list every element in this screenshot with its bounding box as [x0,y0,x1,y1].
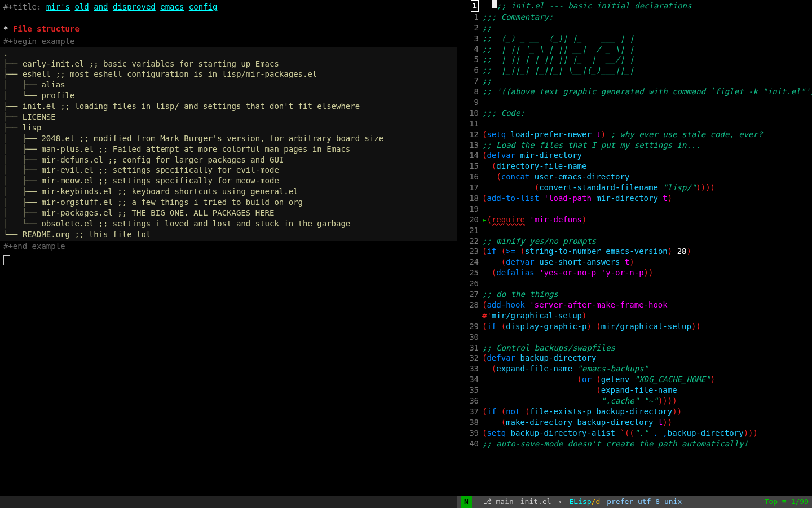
line-number: 17 [460,182,482,193]
code-line[interactable]: 12(setq load-prefer-newer t) ; why ever … [460,129,810,140]
code-line[interactable]: 37(if (not (file-exists-p backup-directo… [460,406,810,417]
code-area[interactable]: 1 ;; init.el --- basic initial declarati… [457,0,812,449]
code-line[interactable]: 26 [460,278,810,289]
line-number: 38 [460,417,482,428]
code-line[interactable]: 19 [460,204,810,214]
code-line[interactable]: 34 (or (getenv "XDG_CACHE_HOME") [460,374,810,385]
line-number: 5 [460,54,482,65]
line-number: 29 [460,321,482,332]
left-cursor [3,255,10,265]
code-line[interactable]: 32(defvar backup-directory [460,353,810,364]
line-number: 24 [460,257,482,268]
line-number: 15 [460,161,482,172]
title-token: emacs [160,2,184,11]
line-number: 12 [460,129,482,140]
code-line[interactable]: 23(if (>= (string-to-number emacs-versio… [460,246,810,257]
title-token: old [74,2,89,11]
code-line[interactable]: 7;; [460,76,810,86]
modeline-buffer-name: init.el [520,497,551,507]
org-heading: * File structure [0,22,457,36]
code-line[interactable]: 13;; Load the files that I put my settin… [460,140,810,151]
line-number: 22 [460,236,482,247]
code-line[interactable]: 22;; minify yes/no prompts [460,236,810,247]
title-token: disproved [113,2,156,11]
line-number: 13 [460,140,482,151]
line-number: 39 [460,428,482,439]
code-line[interactable]: 11 [460,119,810,129]
line-number: 36 [460,396,482,406]
code-line[interactable]: 20▸(require 'mir-defuns) [460,214,810,225]
code-line[interactable]: 28(add-hook 'server-after-make-frame-hoo… [460,300,810,310]
line-number: 33 [460,364,482,374]
code-line[interactable]: 2;; [460,23,810,33]
line-number: 4 [460,44,482,55]
right-elisp-pane[interactable]: 1 ;; init.el --- basic initial declarati… [457,0,812,508]
code-line[interactable]: 38 (make-directory backup-directory t)) [460,417,810,428]
org-title-keyword: #+title: [3,2,41,11]
code-line[interactable]: 3;; (_) _ __ (_)| |_ ___ | | [460,33,810,44]
line-number: 28 [460,300,482,310]
code-line[interactable]: 5;; | || | | || || |_ | __/| | [460,54,810,65]
line-number: 2 [460,23,482,33]
line-number: 8 [460,86,482,97]
code-line[interactable]: 15 (directory-file-name [460,161,810,172]
org-begin-example: #+begin_example [0,36,457,47]
line-number: 26 [460,278,482,289]
code-line[interactable]: 35 (expand-file-name [460,385,810,396]
modeline-encoding: prefer-utf-8-unix [607,497,682,507]
line-number: 10 [460,108,482,119]
code-line[interactable]: 39(setq backup-directory-alist `(("." . … [460,428,810,439]
org-end-example: #+end_example [0,241,457,252]
code-line[interactable]: 24 (defvar use-short-answers t) [460,257,810,268]
code-line[interactable]: 36 ".cache" "~")))) [460,396,810,406]
file-tree-block: . ├── early-init.el ;; basic variables f… [0,47,457,241]
code-line[interactable]: 30 [460,332,810,343]
code-line[interactable]: 14(defvar mir-directory [460,150,810,161]
line-number [460,310,482,321]
code-line[interactable]: 4;; | || '_ \ | || __| / _ \| | [460,44,810,55]
code-line[interactable]: 40;; auto-save-mode doesn't create the p… [460,439,810,449]
line-number: 30 [460,332,482,343]
code-line[interactable]: 18(add-to-list 'load-path mir-directory … [460,193,810,204]
title-token: config [189,2,218,11]
code-line[interactable]: 33 (expand-file-name "emacs-backups" [460,364,810,374]
code-line[interactable]: 25 (defalias 'yes-or-no-p 'y-or-n-p)) [460,268,810,278]
line-number: 23 [460,246,482,257]
code-line[interactable]: #'mir/graphical-setup) [460,310,810,321]
line-number: 7 [460,76,482,86]
line-number: 25 [460,268,482,278]
modeline-evil-state: N [461,496,472,508]
modeline-separator: ‹ [558,497,563,507]
code-line[interactable]: 21 [460,225,810,236]
code-line[interactable]: 6;; |_||_| |_||_| \__|(_)___||_| [460,65,810,76]
modeline-git-branch: -⎇ main [479,497,514,507]
line-number: 20 [460,214,482,225]
line-number: 14 [460,150,482,161]
code-line[interactable]: 27;; do the things [460,289,810,300]
line-number: 1 [460,12,482,23]
code-line[interactable]: 16 (concat user-emacs-directory [460,172,810,182]
code-line[interactable]: 17 (convert-standard-filename "lisp/")))… [460,182,810,193]
line-number: 16 [460,172,482,182]
left-modeline-inactive [0,496,457,508]
modeline-position: Top ≡ 1/99 [765,497,809,507]
line-number: 27 [460,289,482,300]
line-number: 19 [460,204,482,214]
line-number: 35 [460,385,482,396]
title-token: and [94,2,108,11]
line-number: 40 [460,439,482,449]
cursor [492,0,497,8]
code-line[interactable]: 10;;; Code: [460,108,810,119]
left-org-pane[interactable]: #+title: mir's old and disproved emacs c… [0,0,457,508]
code-line[interactable]: 1 ;; init.el --- basic initial declarati… [460,0,810,12]
code-line[interactable]: 1;;; Commentary: [460,12,810,23]
code-line[interactable]: 9 [460,97,810,108]
line-number: 3 [460,33,482,44]
line-number: 11 [460,119,482,129]
org-title-tokens: mir's old and disproved emacs config [46,2,218,11]
code-line[interactable]: 31;; Control backups/swapfiles [460,343,810,353]
code-line[interactable]: 8;; '((above text graphic generated with… [460,86,810,97]
line-number: 31 [460,343,482,353]
code-line[interactable]: 29(if (display-graphic-p) (mir/graphical… [460,321,810,332]
line-number: 6 [460,65,482,76]
